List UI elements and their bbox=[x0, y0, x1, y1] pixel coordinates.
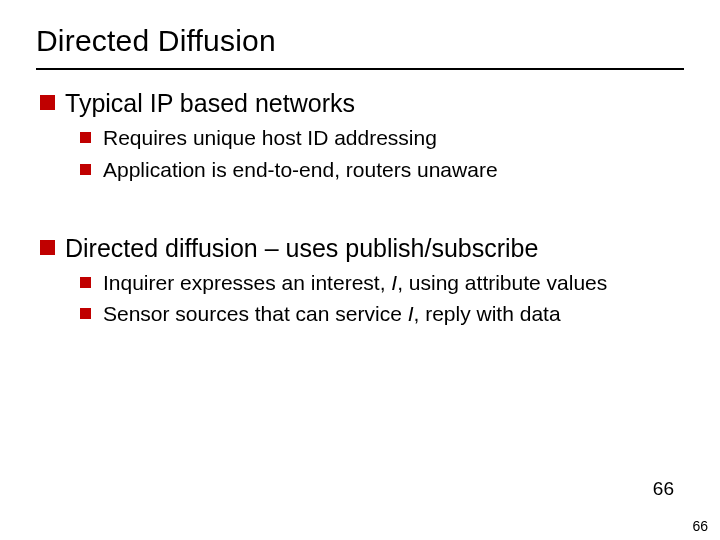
text-post: , using attribute values bbox=[397, 271, 607, 294]
bullet-text: Directed diffusion – uses publish/subscr… bbox=[65, 233, 538, 264]
square-subbullet-icon bbox=[80, 164, 91, 175]
square-subbullet-icon bbox=[80, 132, 91, 143]
text-pre: Sensor sources that can service bbox=[103, 302, 408, 325]
subbullet: Sensor sources that can service I, reply… bbox=[80, 301, 684, 327]
bullet-row: Typical IP based networks bbox=[40, 88, 684, 119]
subbullet-text: Sensor sources that can service I, reply… bbox=[103, 301, 561, 327]
bullet-row: Directed diffusion – uses publish/subscr… bbox=[40, 233, 684, 264]
page-number-footer: 66 bbox=[692, 518, 708, 534]
text-post: , reply with data bbox=[414, 302, 561, 325]
spacer bbox=[40, 205, 684, 223]
page-number: 66 bbox=[653, 478, 674, 500]
bullet-level1: Typical IP based networks Requires uniqu… bbox=[40, 88, 684, 183]
subbullet-text: Application is end-to-end, routers unawa… bbox=[103, 157, 498, 183]
square-bullet-icon bbox=[40, 240, 55, 255]
square-bullet-icon bbox=[40, 95, 55, 110]
subbullet: Application is end-to-end, routers unawa… bbox=[80, 157, 684, 183]
sublist: Requires unique host ID addressing Appli… bbox=[80, 125, 684, 183]
square-subbullet-icon bbox=[80, 277, 91, 288]
subbullet-text: Inquirer expresses an interest, I, using… bbox=[103, 270, 607, 296]
title-rule bbox=[36, 68, 684, 70]
sublist: Inquirer expresses an interest, I, using… bbox=[80, 270, 684, 328]
slide-title: Directed Diffusion bbox=[36, 24, 684, 58]
text-pre: Inquirer expresses an interest, bbox=[103, 271, 391, 294]
slide: Directed Diffusion Typical IP based netw… bbox=[0, 0, 720, 540]
square-subbullet-icon bbox=[80, 308, 91, 319]
subbullet: Inquirer expresses an interest, I, using… bbox=[80, 270, 684, 296]
bullet-level1: Directed diffusion – uses publish/subscr… bbox=[40, 233, 684, 328]
subbullet: Requires unique host ID addressing bbox=[80, 125, 684, 151]
slide-content: Typical IP based networks Requires uniqu… bbox=[36, 88, 684, 328]
subbullet-text: Requires unique host ID addressing bbox=[103, 125, 437, 151]
bullet-text: Typical IP based networks bbox=[65, 88, 355, 119]
